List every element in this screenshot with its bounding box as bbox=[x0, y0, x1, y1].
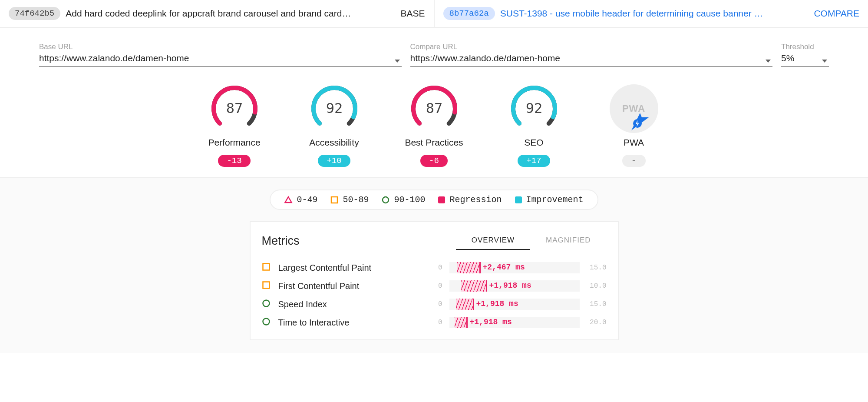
threshold-field: Threshold bbox=[781, 43, 829, 67]
gauge-name-text: PWA bbox=[624, 137, 644, 148]
gauge-delta-pill: +10 bbox=[318, 155, 350, 167]
compare-url-field: Compare URL bbox=[410, 43, 773, 67]
legend: 0-49 50-89 90-100 Regression Improvement bbox=[270, 189, 598, 210]
metric-min: 0 bbox=[422, 319, 442, 326]
svg-rect-13 bbox=[263, 282, 269, 289]
square-icon bbox=[330, 196, 338, 204]
compare-label: COMPARE bbox=[814, 8, 859, 19]
triangle-icon bbox=[284, 196, 292, 204]
circle-icon bbox=[382, 196, 389, 204]
base-url-field: Base URL bbox=[39, 43, 402, 67]
gauge-score-text: 92 bbox=[525, 100, 542, 116]
metric-min: 0 bbox=[422, 264, 442, 272]
legend-improvement-text: Improvement bbox=[526, 195, 584, 205]
gauge-score-text: 92 bbox=[326, 100, 343, 116]
metric-rating-icon bbox=[262, 299, 271, 309]
metric-row: Speed Index0+1,918 ms15.0 bbox=[262, 295, 607, 313]
gauge-name-text: Accessibility bbox=[309, 137, 359, 148]
header-base: 74f642b5 Add hard coded deeplink for app… bbox=[0, 0, 435, 27]
metric-rating-icon bbox=[262, 317, 271, 328]
metric-row: First Contentful Paint0+1,918 ms10.0 bbox=[262, 277, 607, 295]
svg-rect-12 bbox=[263, 264, 269, 270]
legend-range-mid: 50-89 bbox=[330, 195, 369, 205]
compare-header: 74f642b5 Add hard coded deeplink for app… bbox=[0, 0, 868, 28]
chevron-down-icon[interactable] bbox=[395, 60, 400, 63]
metric-min: 0 bbox=[422, 300, 442, 308]
metrics-section: Metrics OVERVIEW MAGNIFIED Largest Conte… bbox=[0, 221, 868, 353]
metrics-rows: Largest Contentful Paint0+2,467 ms15.0Fi… bbox=[262, 259, 607, 332]
svg-point-14 bbox=[263, 300, 269, 307]
metric-name: Speed Index bbox=[278, 299, 416, 309]
circle-icon bbox=[262, 317, 271, 326]
metric-max: 10.0 bbox=[587, 282, 607, 290]
circle-icon bbox=[262, 299, 271, 308]
gauge-name-text: Performance bbox=[208, 137, 260, 148]
gauge-name-text: SEO bbox=[524, 137, 543, 148]
gauge-seo: 92SEO+17 bbox=[502, 84, 567, 167]
metric-bar: +1,918 ms bbox=[449, 299, 580, 310]
base-commit-message: Add hard coded deeplink for appcraft bra… bbox=[66, 8, 395, 19]
metric-rating-icon bbox=[262, 281, 271, 291]
gauge-delta-pill: -13 bbox=[218, 155, 250, 167]
metric-row: Largest Contentful Paint0+2,467 ms15.0 bbox=[262, 259, 607, 277]
chevron-down-icon[interactable] bbox=[822, 60, 827, 63]
base-url-label: Base URL bbox=[39, 43, 402, 51]
svg-marker-9 bbox=[285, 197, 292, 203]
header-compare: 8b77a62a SUST-1398 - use mobile header f… bbox=[435, 0, 868, 27]
metric-bar: +1,918 ms bbox=[449, 280, 580, 292]
legend-mid-text: 50-89 bbox=[343, 195, 369, 205]
gauge-delta-pill: -6 bbox=[420, 155, 448, 167]
metric-rating-icon bbox=[262, 262, 271, 273]
chevron-down-icon[interactable] bbox=[766, 60, 771, 63]
metric-delta-label: +1,918 ms bbox=[470, 318, 512, 326]
metrics-title: Metrics bbox=[262, 234, 456, 248]
legend-wrap: 0-49 50-89 90-100 Regression Improvement bbox=[0, 178, 868, 221]
url-form-row: Base URL Compare URL Threshold bbox=[0, 28, 868, 70]
base-label: BASE bbox=[400, 8, 425, 19]
gauge-delta-pill: +17 bbox=[518, 155, 550, 167]
threshold-label: Threshold bbox=[781, 43, 829, 51]
gauge-delta-pill: - bbox=[622, 155, 646, 167]
svg-point-15 bbox=[263, 319, 269, 325]
score-gauges-row: 87Performance-1392Accessibility+1087Best… bbox=[0, 70, 868, 178]
legend-regression: Regression bbox=[438, 195, 502, 205]
metric-name: First Contentful Paint bbox=[278, 281, 416, 291]
legend-regression-text: Regression bbox=[449, 195, 502, 205]
gauge-ring: 92 bbox=[310, 84, 359, 133]
metric-name: Largest Contentful Paint bbox=[278, 263, 416, 273]
tab-overview[interactable]: OVERVIEW bbox=[456, 232, 530, 250]
gauge-ring: 87 bbox=[410, 84, 459, 133]
legend-improvement: Improvement bbox=[515, 195, 584, 205]
teal-square-icon bbox=[515, 196, 522, 203]
svg-rect-10 bbox=[331, 197, 337, 203]
square-icon bbox=[262, 281, 271, 289]
compare-commit-hash[interactable]: 8b77a62a bbox=[443, 7, 495, 20]
gauge-name-text: Best Practices bbox=[405, 137, 463, 148]
legend-range-low: 0-49 bbox=[284, 195, 317, 205]
metric-delta-label: +2,467 ms bbox=[483, 263, 525, 272]
metric-bar: +1,918 ms bbox=[449, 317, 580, 328]
metrics-tabs: OVERVIEW MAGNIFIED bbox=[456, 232, 607, 250]
gauge-ring: 92 bbox=[510, 84, 558, 133]
metric-row: Time to Interactive0+1,918 ms20.0 bbox=[262, 313, 607, 332]
metric-min: 0 bbox=[422, 282, 442, 290]
metrics-card: Metrics OVERVIEW MAGNIFIED Largest Conte… bbox=[250, 221, 619, 340]
base-url-input[interactable] bbox=[39, 52, 402, 67]
gauge-score-text: 87 bbox=[226, 100, 243, 116]
legend-low-text: 0-49 bbox=[297, 195, 317, 205]
gauge-best-practices: 87Best Practices-6 bbox=[402, 84, 467, 167]
metric-bar: +2,467 ms bbox=[449, 262, 580, 273]
base-commit-hash[interactable]: 74f642b5 bbox=[9, 7, 60, 20]
gauge-score-text: 87 bbox=[426, 100, 442, 116]
gauge-accessibility: 92Accessibility+10 bbox=[302, 84, 367, 167]
metric-max: 15.0 bbox=[587, 264, 607, 272]
pwa-icon: PWA bbox=[610, 84, 658, 133]
square-icon bbox=[262, 262, 271, 271]
gauge-pwa: PWAPWA- bbox=[601, 84, 667, 167]
compare-url-label: Compare URL bbox=[410, 43, 773, 51]
compare-url-input[interactable] bbox=[410, 52, 773, 67]
metric-name: Time to Interactive bbox=[278, 318, 416, 328]
metric-max: 20.0 bbox=[587, 319, 607, 326]
tab-magnified[interactable]: MAGNIFIED bbox=[530, 232, 606, 250]
metric-delta-label: +1,918 ms bbox=[489, 281, 531, 290]
